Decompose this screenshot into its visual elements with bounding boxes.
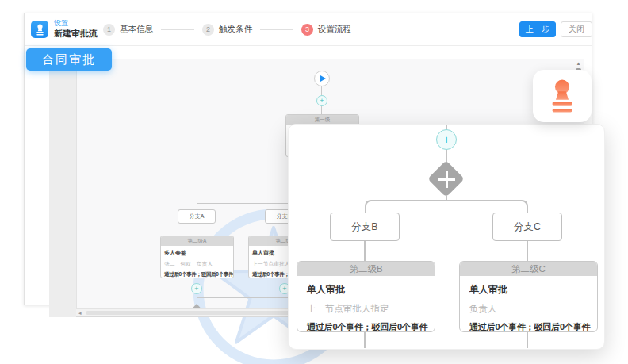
node-events: 通过后0个事件；驳回后0个事件 — [164, 271, 230, 278]
step-set-flow-active[interactable]: 3 设置流程 — [301, 24, 351, 36]
flow-line — [527, 332, 528, 348]
zoomed-flow-panel: + 分支B 分支C 第二级B 单人审批 上一节点审批人指定 通过后0个事件；驳回… — [288, 124, 605, 350]
wizard-steps: 1 基本信息 2 触发条件 3 设置流程 — [103, 21, 351, 37]
flow-line — [197, 203, 197, 209]
condition-diamond-node[interactable] — [429, 162, 464, 197]
branch-node-c[interactable]: 分支C — [492, 213, 562, 241]
plus-icon — [438, 178, 455, 181]
scroll-up-icon[interactable]: ▴ — [575, 60, 582, 67]
flow-name-badge: 合同审批 — [26, 48, 112, 71]
close-button[interactable]: 关闭 — [561, 21, 592, 37]
node-card-header: 第二级C — [460, 262, 597, 276]
canvas-left-gutter — [49, 59, 76, 317]
branch-connector-left — [365, 200, 446, 213]
page-title: 新建审批流 — [54, 28, 98, 40]
node-card-level2a[interactable]: 第二级A 多人会签 张二、何双、负责人 通过后0个事件；驳回后0个事件 — [160, 236, 234, 278]
step-label: 设置流程 — [318, 24, 351, 35]
previous-step-button[interactable]: 上一步 — [519, 21, 556, 37]
flow-line — [446, 150, 447, 163]
step-label: 触发条件 — [219, 24, 252, 35]
stamp-icon — [547, 79, 577, 113]
step-number: 2 — [202, 24, 214, 36]
flow-line — [364, 332, 366, 348]
add-node-button[interactable]: + — [316, 95, 327, 106]
node-approval-type: 单人审批 — [307, 283, 425, 297]
node-events: 通过后0个事件；驳回后0个事件 — [469, 321, 588, 332]
flow-line — [197, 297, 197, 304]
node-assignee: 上一节点审批人指定 — [307, 303, 425, 315]
node-approval-type: 单人审批 — [469, 283, 588, 297]
step-connector — [161, 29, 194, 30]
step-number: 1 — [103, 24, 115, 36]
step-trigger-condition[interactable]: 2 触发条件 — [202, 24, 252, 36]
scroll-left-icon[interactable]: ◂ — [78, 310, 82, 316]
node-assignee: 负责人 — [469, 303, 588, 315]
window-header: 设置 新建审批流 1 基本信息 2 触发条件 3 设置流程 上一步 — [25, 13, 592, 46]
branch-node-a[interactable]: 分支A — [178, 209, 216, 224]
node-events: 通过后0个事件；驳回后0个事件 — [307, 321, 425, 332]
add-node-button[interactable]: + — [436, 129, 457, 150]
node-card-header: 第二级A — [161, 236, 233, 246]
add-node-button[interactable]: + — [191, 283, 202, 294]
branch-connector-right — [446, 200, 528, 213]
step-number: 3 — [301, 24, 313, 36]
stamp-app-card — [533, 70, 592, 122]
flow-line — [364, 241, 366, 261]
node-card-level2b[interactable]: 第二级B 单人审批 上一节点审批人指定 通过后0个事件；驳回后0个事件 — [297, 261, 435, 332]
step-connector — [260, 29, 293, 30]
branch-node-b[interactable]: 分支B — [330, 213, 400, 241]
flow-line — [285, 224, 285, 236]
node-assignee: 张二、何双、负责人 — [164, 260, 230, 268]
flow-line — [527, 241, 528, 261]
step-basic-info[interactable]: 1 基本信息 — [103, 24, 153, 36]
start-play-icon[interactable] — [314, 71, 330, 86]
flow-line — [285, 203, 285, 209]
flow-line — [197, 224, 197, 236]
step-label: 基本信息 — [120, 24, 153, 35]
node-card-header: 第二级B — [297, 262, 435, 276]
app-stamp-icon — [31, 21, 48, 38]
node-approval-type: 多人会签 — [164, 249, 230, 257]
page: 设置 新建审批流 1 基本信息 2 触发条件 3 设置流程 上一步 — [0, 0, 628, 364]
node-card-level2c[interactable]: 第二级C 单人审批 负责人 通过后0个事件；驳回后0个事件 — [459, 261, 598, 332]
play-triangle-icon — [320, 75, 326, 82]
